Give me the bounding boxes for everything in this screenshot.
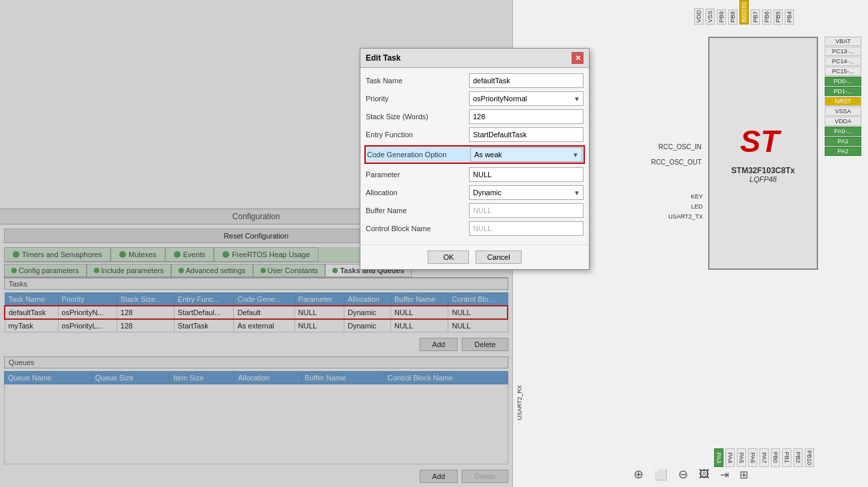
pin-pb2: PB2	[793, 448, 803, 467]
pin-pb1: PB1	[782, 448, 791, 467]
pin-pd0: PD0-...	[825, 77, 861, 86]
dialog-body: Task Name Priority osPriorityNormal ▼ S	[360, 68, 589, 244]
key-label: KEY	[668, 193, 703, 200]
chip-logo: ST	[737, 124, 790, 163]
code-gen-select[interactable]: As weak	[470, 147, 582, 162]
grid-icon[interactable]: ⊞	[739, 468, 748, 481]
top-pins-group: VDD VSS PB9 PB8 BOOT0 PB7 PB6 PB5 PB4	[693, 0, 795, 25]
form-row-control-block: Control Block Name	[366, 221, 584, 236]
usart2-tx-label: USART2_TX	[668, 213, 703, 220]
pin-pd1: PD1-...	[825, 87, 861, 96]
rcc-osc-in-label: RCC_OSC_IN	[651, 143, 701, 151]
form-row-priority: Priority osPriorityNormal ▼	[366, 91, 584, 106]
task-name-input[interactable]	[469, 73, 584, 88]
pin-pb10: PB10	[805, 448, 814, 467]
chip-name: STM32F103C8Tx	[731, 166, 795, 175]
parameter-label: Parameter	[366, 171, 469, 179]
pin-pa7: PA7	[759, 448, 769, 467]
pin-pb9: PB9	[717, 9, 726, 25]
edit-task-dialog: Edit Task ✕ Task Name Priority osPriorit…	[360, 48, 590, 270]
form-row-stack-size: Stack Size (Words)	[366, 109, 584, 124]
form-row-code-gen: Code Generation Option As weak ▼	[364, 145, 585, 164]
code-gen-label: Code Generation Option	[367, 151, 470, 159]
form-row-task-name: Task Name	[366, 73, 584, 88]
stack-size-label: Stack Size (Words)	[366, 113, 469, 121]
control-block-input[interactable]	[469, 221, 584, 236]
rcc-osc-out-label: RCC_OSC_OUT	[651, 159, 701, 166]
dialog-footer: OK Cancel	[360, 244, 589, 269]
allocation-select[interactable]: Dynamic	[469, 185, 584, 200]
form-row-buffer-name: Buffer Name	[366, 203, 584, 218]
pin-pb8: PB8	[728, 9, 737, 25]
cancel-button[interactable]: Cancel	[476, 250, 521, 264]
dialog-close-button[interactable]: ✕	[572, 52, 584, 64]
fit-view-icon[interactable]: ⬜	[654, 468, 667, 481]
pin-pb6: PB6	[762, 9, 771, 25]
led-label: LED	[668, 203, 703, 210]
pin-pa6: PA6	[748, 448, 757, 467]
zoom-out-icon[interactable]: ⊖	[678, 467, 688, 482]
pin-nrst: NRST	[825, 97, 861, 106]
priority-label: Priority	[366, 95, 469, 103]
export-icon-2[interactable]: ⇥	[720, 468, 729, 481]
entry-function-input[interactable]	[469, 127, 584, 142]
bottom-pins-group: PA3 PA4 PA5 PA6 PA7 PB0 PB1 PB2 PB10	[713, 448, 815, 467]
pin-pa3: PA3	[714, 448, 723, 467]
st-logo-svg: ST	[737, 124, 790, 157]
task-name-label: Task Name	[366, 77, 469, 85]
priority-select[interactable]: osPriorityNormal	[469, 91, 584, 106]
chip-body: ST STM32F103C8Tx LQFP48	[708, 37, 818, 270]
pin-pa4: PA4	[725, 448, 735, 467]
pin-pc13: PC13-...	[825, 47, 861, 56]
pin-pa1: PA1	[825, 137, 861, 146]
usart2-rx-label: USART2_RX	[516, 385, 523, 420]
stack-size-input[interactable]	[469, 109, 584, 124]
zoom-in-icon[interactable]: ⊕	[634, 467, 644, 482]
pin-vss: VSS	[705, 9, 715, 25]
pin-pc14: PC14-...	[825, 57, 861, 66]
buffer-name-input[interactable]	[469, 203, 584, 218]
pin-pa2: PA2	[825, 147, 861, 156]
allocation-select-wrapper: Dynamic ▼	[469, 185, 584, 200]
pin-vdda: VDDA	[825, 117, 861, 126]
chip-package: LQFP48	[749, 175, 777, 183]
dialog-title: Edit Task	[366, 53, 400, 63]
pin-pa0: PA0-...	[825, 127, 861, 136]
pin-vbat: VBAT	[825, 37, 861, 46]
ok-button[interactable]: OK	[428, 250, 469, 264]
export-icon-1[interactable]: 🖼	[699, 468, 709, 480]
pin-pb7: PB7	[751, 9, 760, 25]
left-connector-labels: RCC_OSC_IN RCC_OSC_OUT	[651, 143, 701, 166]
form-row-entry-function: Entry Function	[366, 127, 584, 142]
pin-pb5: PB5	[773, 9, 783, 25]
form-row-parameter: Parameter	[366, 167, 584, 182]
bottom-toolbar: ⊕ ⬜ ⊖ 🖼 ⇥ ⊞	[634, 467, 748, 482]
dialog-titlebar: Edit Task ✕	[360, 49, 589, 68]
pin-boot0: BOOT0	[739, 0, 749, 25]
svg-text:ST: ST	[740, 124, 782, 157]
pin-pb0: PB0	[771, 448, 780, 467]
left-panel: Configuration Reset Configuration Timers…	[0, 0, 513, 487]
parameter-input[interactable]	[469, 167, 584, 182]
control-block-label: Control Block Name	[366, 225, 469, 233]
pin-pa5: PA5	[737, 448, 746, 467]
entry-function-label: Entry Function	[366, 131, 469, 139]
right-pins-group: VBAT PC13-... PC14-... PC15-... PD0-... …	[825, 37, 861, 156]
allocation-label: Allocation	[366, 189, 469, 197]
pin-vssa: VSSA	[825, 107, 861, 116]
priority-select-wrapper: osPriorityNormal ▼	[469, 91, 584, 106]
side-labels-group: KEY LED USART2_TX	[668, 193, 703, 220]
pin-pc15: PC15-...	[825, 67, 861, 76]
pin-vdd: VDD	[694, 8, 703, 25]
form-row-allocation: Allocation Dynamic ▼	[366, 185, 584, 200]
code-gen-select-wrapper: As weak ▼	[470, 147, 582, 162]
pin-pb4: PB4	[785, 9, 794, 25]
buffer-name-label: Buffer Name	[366, 207, 469, 215]
